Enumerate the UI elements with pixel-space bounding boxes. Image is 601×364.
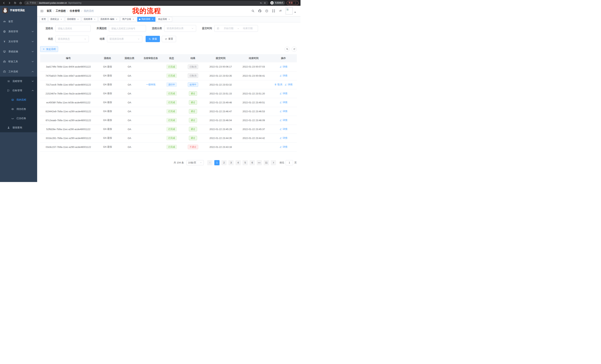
fullscreen-icon[interactable] xyxy=(272,9,275,13)
browser-forward-button[interactable] xyxy=(7,1,11,5)
close-icon[interactable]: × xyxy=(168,18,170,21)
result-select[interactable]: 请选择流结果 xyxy=(107,36,142,42)
incognito-label: 无痕模式 xyxy=(275,1,283,4)
close-icon[interactable]: × xyxy=(115,18,118,21)
browser-home-button[interactable] xyxy=(19,1,23,5)
submit-time-range-picker[interactable]: 开始日期 - 结束日期 xyxy=(214,25,258,32)
yen-icon xyxy=(3,40,6,43)
detail-link[interactable]: 详情 xyxy=(280,74,288,77)
font-size-icon[interactable] xyxy=(279,9,282,13)
goto-page-input[interactable] xyxy=(286,160,293,165)
browser-reload-button[interactable] xyxy=(13,1,17,5)
tab-process-definition[interactable]: 流程定义× xyxy=(49,17,64,22)
cell-actions: 详情 xyxy=(270,71,297,80)
edit-icon xyxy=(280,92,282,95)
breadcrumb-item[interactable]: 工作流程 xyxy=(56,9,66,13)
page-button-11[interactable]: 11 xyxy=(264,160,269,165)
search-button[interactable]: 搜索 xyxy=(146,36,160,42)
detail-link[interactable]: 详情 xyxy=(285,83,292,86)
page-button-5[interactable]: 5 xyxy=(242,160,248,165)
sidebar-item-workflow[interactable]: 工作流程 xyxy=(0,67,37,77)
detail-link[interactable]: 详情 xyxy=(280,92,288,95)
close-icon[interactable]: × xyxy=(132,18,135,21)
sidebar-item-done-tasks[interactable]: 已办任务 xyxy=(0,114,37,123)
detail-link[interactable]: 详情 xyxy=(280,145,288,149)
close-icon[interactable]: × xyxy=(151,18,154,21)
user-avatar-menu[interactable] xyxy=(286,7,297,14)
tab-start-process[interactable]: 发起流程× xyxy=(156,17,172,22)
next-page-button[interactable] xyxy=(271,160,276,165)
tab-process-form[interactable]: 流程表单× xyxy=(82,17,98,22)
list-icon xyxy=(7,80,10,83)
detail-link[interactable]: 详情 xyxy=(280,127,288,131)
address-bar[interactable]: 不安全 dashboard.yudao.iocoder.cn/bpm/task/… xyxy=(24,1,268,5)
sidebar-item-my-process[interactable]: 我的流程 xyxy=(0,95,37,105)
toggle-search-button[interactable] xyxy=(285,47,290,52)
status-select[interactable]: 请选择状态 xyxy=(55,36,89,42)
process-definition-input[interactable] xyxy=(109,25,146,32)
close-icon[interactable]: × xyxy=(93,18,96,21)
tab-process-form-edit[interactable]: 流程表单-编辑× xyxy=(99,17,120,22)
tab-user-group[interactable]: 用户分组× xyxy=(120,17,136,22)
browser-back-button[interactable] xyxy=(2,1,6,5)
more-pages-button[interactable]: ••• xyxy=(257,160,262,165)
sidebar-item-payment[interactable]: 支付管理 xyxy=(0,37,37,47)
detail-link[interactable]: 详情 xyxy=(280,65,288,68)
total-count: 共 104 条 xyxy=(174,161,184,164)
sidebar-item-process-management[interactable]: 流程管理 xyxy=(0,77,37,86)
sidebar-item-leave-query[interactable]: 请假查询 xyxy=(0,123,37,132)
col-name: 流程名 xyxy=(97,54,119,62)
refresh-table-button[interactable] xyxy=(291,47,297,52)
cell-result: 通过 xyxy=(182,116,204,125)
sidebar-item-home[interactable]: 首页 xyxy=(0,17,37,27)
process-name-input[interactable] xyxy=(55,25,91,32)
breadcrumb-item[interactable]: 首页 xyxy=(47,9,52,13)
sidebar-item-task-management[interactable]: 任务管理 xyxy=(0,86,37,95)
process-category-select[interactable]: 请选择流程分类 xyxy=(164,25,196,32)
cancel-link[interactable]: 取消 xyxy=(274,83,282,86)
security-indicator[interactable]: 不安全 xyxy=(26,1,36,4)
cell-result: 已取消 xyxy=(182,62,204,71)
sidebar-item-infrastructure[interactable]: 基础设施 xyxy=(0,47,37,57)
tab-home[interactable]: 首页 xyxy=(40,17,48,22)
detail-link[interactable]: 详情 xyxy=(280,119,288,122)
page-button-3[interactable]: 3 xyxy=(229,160,234,165)
process-table: 编号 流程名 流程分类 当前审批任务 状态 结果 提交时间 结束时间 操作 3a… xyxy=(40,54,297,152)
cell-actions: 详情 xyxy=(270,143,297,151)
page-size-select[interactable]: 10条/页 xyxy=(186,160,204,165)
cell-actions: 详情 xyxy=(270,89,297,98)
github-icon[interactable] xyxy=(258,9,261,13)
app-logo-row[interactable]: 芋道管理系统 xyxy=(0,6,37,15)
cell-name: OA 请假 xyxy=(97,89,119,98)
key-icon[interactable] xyxy=(260,2,262,4)
detail-link[interactable]: 详情 xyxy=(280,110,288,113)
sidebar-item-system[interactable]: 系统管理 xyxy=(0,27,37,37)
tab-my-process[interactable]: 我的流程× xyxy=(137,17,155,22)
page-button-4[interactable]: 4 xyxy=(235,160,241,165)
cell-category: OA xyxy=(119,125,140,134)
detail-link[interactable]: 详情 xyxy=(280,101,288,104)
close-icon[interactable]: × xyxy=(77,18,79,21)
current-task-link[interactable]: 一级审批 xyxy=(146,83,156,86)
tab-process-model[interactable]: 流程模型× xyxy=(65,17,81,22)
close-icon[interactable]: × xyxy=(60,18,63,21)
prev-page-button[interactable] xyxy=(207,160,212,165)
page-button-2[interactable]: 2 xyxy=(221,160,227,165)
status-badge: 已完成 xyxy=(166,136,177,140)
browser-update-menu-button[interactable]: 更新 xyxy=(287,1,299,5)
search-icon[interactable] xyxy=(251,9,255,13)
breadcrumb-item[interactable]: 任务管理 xyxy=(70,9,80,13)
cell-category: OA xyxy=(119,107,140,116)
sidebar-toggle-button[interactable] xyxy=(40,9,44,13)
end-date-placeholder: 结束日期 xyxy=(240,27,256,30)
page-button-6[interactable]: 6 xyxy=(250,160,255,165)
detail-link[interactable]: 详情 xyxy=(280,136,288,140)
sidebar-item-todo-tasks[interactable]: 待办任务 xyxy=(0,105,37,114)
sidebar-item-label: 首页 xyxy=(8,20,13,23)
start-process-button[interactable]: 发起流程 xyxy=(40,46,58,52)
page-button-1[interactable]: 1 xyxy=(214,160,220,165)
reset-button[interactable]: 重置 xyxy=(162,36,176,42)
sidebar-item-devtools[interactable]: 研发工具 xyxy=(0,57,37,67)
star-bookmark-icon[interactable] xyxy=(263,2,266,4)
help-icon[interactable] xyxy=(265,9,268,13)
